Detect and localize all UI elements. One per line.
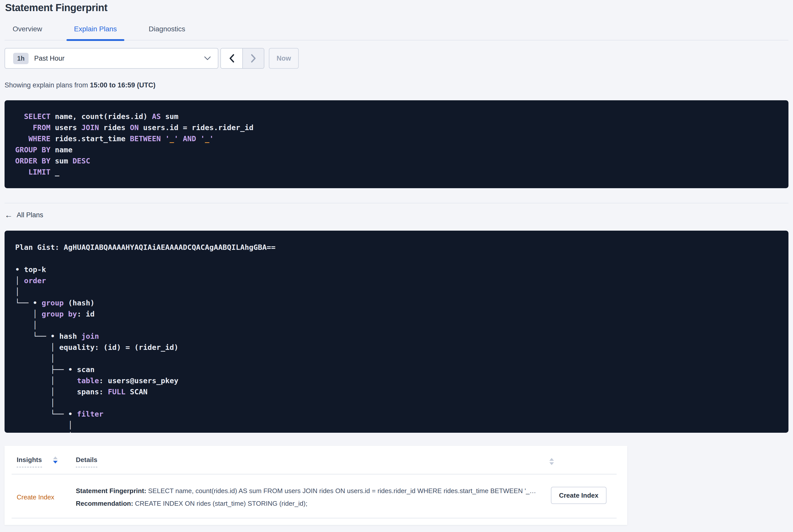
recommendation-line: Recommendation: CREATE INDEX ON rides (s…	[76, 497, 533, 510]
chevron-left-icon	[228, 54, 235, 63]
insights-column-header: Insights	[17, 456, 76, 467]
insights-table-header: Insights Details	[4, 446, 627, 467]
table-row: Create Index Statement Fingerprint: SELE…	[12, 474, 617, 518]
sql-statement-block: SELECT name, count(rides.id) AS sum FROM…	[4, 100, 789, 188]
time-range-label: Past Hour	[34, 55, 204, 62]
time-interval-select[interactable]: 1h Past Hour	[4, 48, 218, 69]
sort-icon-insights[interactable]	[53, 456, 58, 463]
tab-overview[interactable]: Overview	[5, 25, 50, 40]
insights-panel: Insights Details Create Index Statement …	[4, 446, 627, 525]
prev-interval-button[interactable]	[221, 49, 242, 68]
statement-fingerprint-page: Statement Fingerprint OverviewExplain Pl…	[0, 1, 793, 525]
insight-details: Statement Fingerprint: SELECT name, coun…	[76, 484, 617, 510]
statement-fingerprint-label: Statement Fingerprint:	[76, 487, 146, 495]
page-title: Statement Fingerprint	[5, 1, 789, 14]
next-interval-button[interactable]	[242, 49, 264, 68]
insight-type-link[interactable]: Create Index	[17, 493, 76, 501]
now-button[interactable]: Now	[269, 48, 299, 69]
details-header-label[interactable]: Details	[76, 456, 97, 467]
arrow-left-icon: ←	[4, 211, 13, 219]
create-index-button[interactable]: Create Index	[551, 487, 606, 504]
recommendation-text: CREATE INDEX ON rides (start_time) STORI…	[135, 500, 307, 507]
time-interval-badge: 1h	[13, 53, 29, 64]
showing-prefix: Showing explain plans from	[4, 81, 90, 89]
tab-explain-plans[interactable]: Explain Plans	[67, 25, 125, 40]
statement-fingerprint-text: SELECT name, count(rides.id) AS sum FROM…	[148, 487, 536, 495]
sort-up-triangle	[549, 458, 554, 461]
showing-range-bold: 15:00 to 16:59 (UTC)	[90, 81, 156, 89]
details-column-header: Details	[76, 456, 615, 467]
sort-icon-secondary[interactable]	[549, 458, 554, 465]
sort-down-triangle	[549, 462, 554, 465]
time-controls: 1h Past Hour Now	[4, 48, 789, 69]
plan-gist-tree: Plan Gist: AgHUAQIABQAAAAHYAQIAiAEAAAADC…	[15, 242, 778, 433]
showing-range-text: Showing explain plans from 15:00 to 16:5…	[4, 81, 789, 89]
recommendation-label: Recommendation:	[76, 500, 133, 507]
plan-gist-block: Plan Gist: AgHUAQIABQAAAAHYAQIAiAEAAAADC…	[4, 231, 789, 433]
statement-fingerprint-line: Statement Fingerprint: SELECT name, coun…	[76, 484, 533, 497]
time-nav-group	[220, 48, 264, 69]
all-plans-link[interactable]: ← All Plans	[4, 211, 43, 219]
tab-bar: OverviewExplain PlansDiagnostics	[4, 25, 789, 40]
section-divider	[4, 203, 789, 203]
tab-diagnostics[interactable]: Diagnostics	[141, 25, 193, 40]
chevron-down-icon	[204, 56, 211, 60]
chevron-right-icon	[250, 54, 257, 63]
all-plans-label: All Plans	[17, 211, 43, 219]
insights-header-label[interactable]: Insights	[17, 456, 42, 467]
sort-down-triangle	[53, 461, 58, 463]
sort-up-triangle	[53, 456, 58, 459]
